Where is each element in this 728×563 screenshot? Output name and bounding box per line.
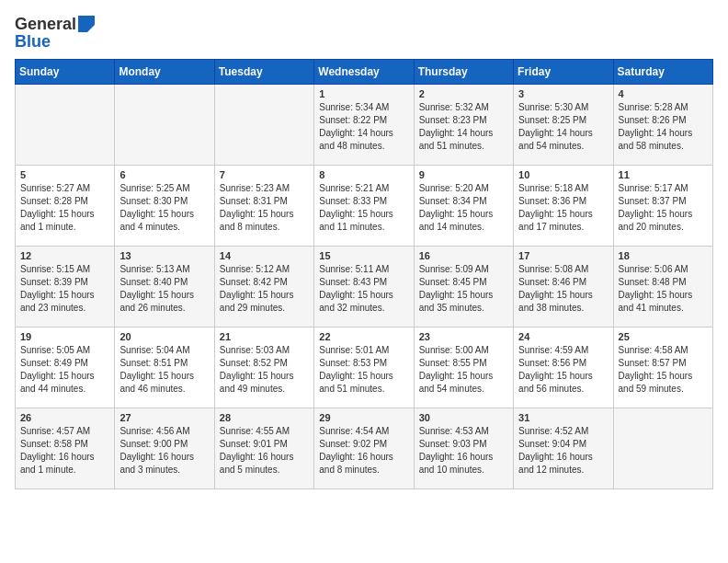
calendar-cell: 30Sunrise: 4:53 AMSunset: 9:03 PMDayligh… [414,408,513,489]
calendar-header-row: SundayMondayTuesdayWednesdayThursdayFrid… [16,60,713,85]
calendar-cell: 24Sunrise: 4:59 AMSunset: 8:56 PMDayligh… [514,327,613,408]
day-info: Sunrise: 5:30 AMSunset: 8:25 PMDaylight:… [518,101,608,153]
day-number: 25 [619,331,708,342]
day-header-tuesday: Tuesday [214,60,313,85]
day-info: Sunrise: 5:01 AMSunset: 8:53 PMDaylight:… [319,344,408,396]
day-number: 26 [20,412,109,423]
calendar-cell: 3Sunrise: 5:30 AMSunset: 8:25 PMDaylight… [514,85,613,166]
calendar-cell: 15Sunrise: 5:11 AMSunset: 8:43 PMDayligh… [314,247,414,327]
day-number: 18 [619,250,708,261]
day-number: 28 [220,412,309,423]
calendar-week-4: 19Sunrise: 5:05 AMSunset: 8:49 PMDayligh… [16,327,713,408]
day-info: Sunrise: 4:57 AMSunset: 8:58 PMDaylight:… [20,425,109,477]
calendar-cell: 27Sunrise: 4:56 AMSunset: 9:00 PMDayligh… [115,408,214,489]
day-info: Sunrise: 5:20 AMSunset: 8:34 PMDaylight:… [419,182,508,234]
day-number: 7 [220,169,309,180]
calendar-cell: 4Sunrise: 5:28 AMSunset: 8:26 PMDaylight… [613,85,712,166]
day-number: 3 [518,88,608,99]
day-info: Sunrise: 4:58 AMSunset: 8:57 PMDaylight:… [619,344,708,396]
day-number: 2 [419,88,508,99]
day-number: 17 [518,250,608,261]
day-info: Sunrise: 5:34 AMSunset: 8:22 PMDaylight:… [319,101,408,153]
calendar-cell: 14Sunrise: 5:12 AMSunset: 8:42 PMDayligh… [214,247,313,327]
calendar-week-1: 1Sunrise: 5:34 AMSunset: 8:22 PMDaylight… [16,85,713,166]
day-number: 29 [319,412,408,423]
day-info: Sunrise: 5:05 AMSunset: 8:49 PMDaylight:… [20,344,109,396]
calendar-cell: 25Sunrise: 4:58 AMSunset: 8:57 PMDayligh… [613,327,712,408]
calendar-cell: 23Sunrise: 5:00 AMSunset: 8:55 PMDayligh… [414,327,513,408]
day-info: Sunrise: 5:03 AMSunset: 8:52 PMDaylight:… [220,344,309,396]
calendar-cell: 19Sunrise: 5:05 AMSunset: 8:49 PMDayligh… [16,327,115,408]
day-info: Sunrise: 4:52 AMSunset: 9:04 PMDaylight:… [518,425,608,477]
day-info: Sunrise: 5:00 AMSunset: 8:55 PMDaylight:… [419,344,508,396]
day-number: 10 [518,169,608,180]
day-info: Sunrise: 5:12 AMSunset: 8:42 PMDaylight:… [220,263,309,315]
day-number: 14 [220,250,309,261]
day-info: Sunrise: 5:08 AMSunset: 8:46 PMDaylight:… [518,263,608,315]
day-header-saturday: Saturday [613,60,712,85]
calendar-cell [613,408,712,489]
day-info: Sunrise: 4:59 AMSunset: 8:56 PMDaylight:… [518,344,608,396]
calendar-cell: 6Sunrise: 5:25 AMSunset: 8:30 PMDaylight… [115,166,214,247]
day-info: Sunrise: 5:18 AMSunset: 8:36 PMDaylight:… [518,182,608,234]
calendar-cell: 16Sunrise: 5:09 AMSunset: 8:45 PMDayligh… [414,247,513,327]
calendar-cell: 8Sunrise: 5:21 AMSunset: 8:33 PMDaylight… [314,166,414,247]
day-number: 1 [319,88,408,99]
day-number: 8 [319,169,408,180]
day-info: Sunrise: 5:32 AMSunset: 8:23 PMDaylight:… [419,101,508,153]
day-info: Sunrise: 4:54 AMSunset: 9:02 PMDaylight:… [319,425,408,477]
logo: General Blue [15,15,95,52]
logo-general-text: General [15,15,76,34]
day-number: 22 [319,331,408,342]
day-header-friday: Friday [514,60,613,85]
day-info: Sunrise: 5:15 AMSunset: 8:39 PMDaylight:… [20,263,109,315]
day-header-sunday: Sunday [16,60,115,85]
day-number: 19 [20,331,109,342]
calendar-week-5: 26Sunrise: 4:57 AMSunset: 8:58 PMDayligh… [16,408,713,489]
calendar-week-3: 12Sunrise: 5:15 AMSunset: 8:39 PMDayligh… [16,247,713,327]
calendar-cell [16,85,115,166]
calendar-cell: 9Sunrise: 5:20 AMSunset: 8:34 PMDaylight… [414,166,513,247]
day-number: 12 [20,250,109,261]
day-number: 21 [220,331,309,342]
calendar-cell: 13Sunrise: 5:13 AMSunset: 8:40 PMDayligh… [115,247,214,327]
logo-blue-text: Blue [15,32,51,52]
calendar-cell: 5Sunrise: 5:27 AMSunset: 8:28 PMDaylight… [16,166,115,247]
calendar-cell: 26Sunrise: 4:57 AMSunset: 8:58 PMDayligh… [16,408,115,489]
day-info: Sunrise: 5:09 AMSunset: 8:45 PMDaylight:… [419,263,508,315]
calendar-cell: 18Sunrise: 5:06 AMSunset: 8:48 PMDayligh… [613,247,712,327]
calendar-cell: 17Sunrise: 5:08 AMSunset: 8:46 PMDayligh… [514,247,613,327]
calendar-table: SundayMondayTuesdayWednesdayThursdayFrid… [15,59,713,489]
calendar-cell: 31Sunrise: 4:52 AMSunset: 9:04 PMDayligh… [514,408,613,489]
day-info: Sunrise: 5:27 AMSunset: 8:28 PMDaylight:… [20,182,109,234]
day-number: 11 [619,169,708,180]
day-info: Sunrise: 4:53 AMSunset: 9:03 PMDaylight:… [419,425,508,477]
day-header-monday: Monday [115,60,214,85]
svg-marker-0 [78,16,95,32]
calendar-cell: 12Sunrise: 5:15 AMSunset: 8:39 PMDayligh… [16,247,115,327]
logo-icon [78,16,95,32]
day-number: 13 [119,250,209,261]
calendar-cell: 2Sunrise: 5:32 AMSunset: 8:23 PMDaylight… [414,85,513,166]
day-number: 23 [419,331,508,342]
day-info: Sunrise: 5:06 AMSunset: 8:48 PMDaylight:… [619,263,708,315]
day-number: 27 [119,412,209,423]
calendar-cell: 10Sunrise: 5:18 AMSunset: 8:36 PMDayligh… [514,166,613,247]
day-number: 31 [518,412,608,423]
day-number: 6 [119,169,209,180]
day-number: 20 [119,331,209,342]
day-number: 24 [518,331,608,342]
day-number: 30 [419,412,508,423]
day-info: Sunrise: 4:55 AMSunset: 9:01 PMDaylight:… [220,425,309,477]
calendar-cell: 1Sunrise: 5:34 AMSunset: 8:22 PMDaylight… [314,85,414,166]
day-number: 5 [20,169,109,180]
calendar-cell: 20Sunrise: 5:04 AMSunset: 8:51 PMDayligh… [115,327,214,408]
day-number: 15 [319,250,408,261]
calendar-cell: 21Sunrise: 5:03 AMSunset: 8:52 PMDayligh… [214,327,313,408]
page-header: General Blue [15,15,713,52]
day-number: 16 [419,250,508,261]
calendar-cell: 29Sunrise: 4:54 AMSunset: 9:02 PMDayligh… [314,408,414,489]
day-info: Sunrise: 5:28 AMSunset: 8:26 PMDaylight:… [619,101,708,153]
day-info: Sunrise: 5:13 AMSunset: 8:40 PMDaylight:… [119,263,209,315]
day-info: Sunrise: 4:56 AMSunset: 9:00 PMDaylight:… [119,425,209,477]
